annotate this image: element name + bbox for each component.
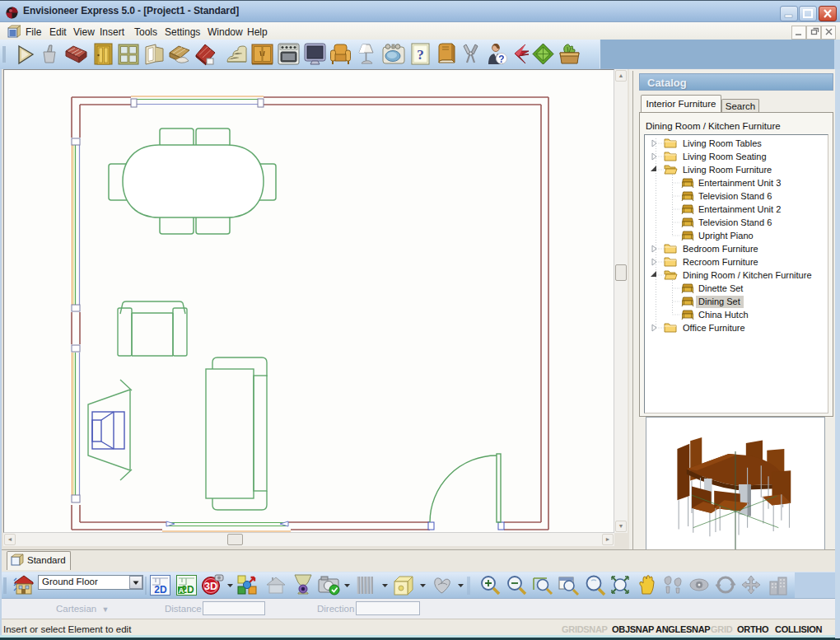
svg-text:Office Furniture: Office Furniture bbox=[683, 323, 745, 333]
svg-text:Dining Room / Kitchen Furnitur: Dining Room / Kitchen Furniture bbox=[683, 270, 812, 280]
svg-text:Dining Set: Dining Set bbox=[698, 297, 740, 306]
svg-text:Recroom Furniture: Recroom Furniture bbox=[683, 257, 758, 267]
svg-text:Bedroom Furniture: Bedroom Furniture bbox=[683, 244, 758, 254]
svg-text:A: A bbox=[179, 586, 184, 595]
svg-text:Entertainment Unit 3: Entertainment Unit 3 bbox=[698, 178, 781, 188]
svg-text:Dinette Set: Dinette Set bbox=[698, 283, 743, 293]
svg-text:China Hutch: China Hutch bbox=[698, 310, 749, 320]
svg-text:Television Stand 6: Television Stand 6 bbox=[698, 191, 772, 201]
svg-text:2D: 2D bbox=[154, 584, 167, 596]
svg-text:?: ? bbox=[417, 47, 424, 63]
svg-text:Upright Piano: Upright Piano bbox=[698, 231, 754, 241]
svg-text:Living Room Seating: Living Room Seating bbox=[683, 152, 767, 161]
svg-text:?: ? bbox=[498, 54, 504, 65]
svg-text:Living Room Tables: Living Room Tables bbox=[683, 138, 762, 148]
svg-text:3D: 3D bbox=[204, 581, 217, 592]
svg-text:Living Room Furniture: Living Room Furniture bbox=[683, 165, 772, 175]
svg-text:Entertainment Unit 2: Entertainment Unit 2 bbox=[698, 204, 781, 214]
svg-text:Television Stand 6: Television Stand 6 bbox=[698, 217, 772, 227]
